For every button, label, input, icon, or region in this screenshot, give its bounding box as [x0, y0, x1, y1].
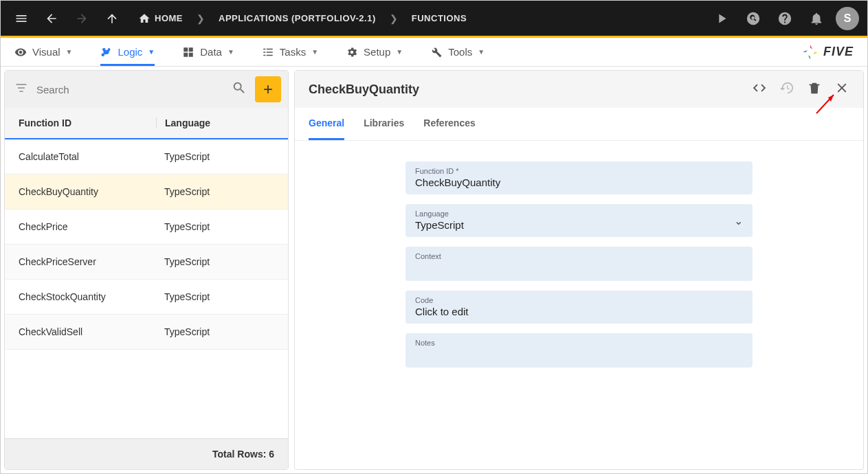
branch-icon	[100, 46, 113, 58]
menu-tools[interactable]: Tools ▼	[430, 38, 485, 66]
language-label: Language	[415, 210, 743, 218]
context-value	[415, 260, 743, 274]
tab-references[interactable]: References	[423, 108, 476, 140]
menu-logic-label: Logic	[118, 46, 143, 58]
chevron-down-icon: ⌄	[734, 214, 743, 227]
row-language: TypeScript	[156, 291, 274, 302]
context-field[interactable]: Context	[405, 247, 753, 281]
up-icon[interactable]	[100, 6, 124, 31]
breadcrumb-functions[interactable]: FUNCTIONS	[403, 13, 475, 23]
row-language: TypeScript	[156, 151, 274, 162]
breadcrumb-applications[interactable]: APPLICATIONS (PORTFOLIOV-2.1)	[210, 13, 384, 23]
play-icon[interactable]	[709, 6, 734, 31]
delete-icon[interactable]	[807, 80, 822, 98]
language-field[interactable]: Language TypeScript ⌄	[405, 204, 753, 237]
gear-icon	[346, 46, 358, 58]
function-id-label: Function ID *	[415, 167, 743, 175]
close-icon[interactable]	[834, 80, 849, 98]
filter-icon[interactable]	[12, 78, 31, 100]
search-input[interactable]	[36, 84, 223, 95]
column-language[interactable]: Language	[156, 117, 274, 128]
menu-setup-label: Setup	[364, 46, 390, 58]
code-icon[interactable]	[752, 80, 767, 98]
table-row[interactable]: CheckStockQuantityTypeScript	[5, 280, 288, 315]
menu-tasks[interactable]: Tasks ▼	[262, 38, 318, 66]
table-row[interactable]: CheckPriceServerTypeScript	[5, 245, 288, 280]
search-global-icon[interactable]	[741, 6, 766, 31]
function-id-value: CheckBuyQuantity	[415, 175, 743, 189]
tab-general[interactable]: General	[309, 108, 344, 140]
chevron-down-icon: ▼	[148, 48, 155, 56]
five-logo-icon	[801, 43, 819, 61]
forward-icon	[69, 6, 94, 31]
help-icon[interactable]	[772, 6, 797, 31]
chevron-down-icon: ▼	[66, 48, 73, 56]
breadcrumb-home[interactable]: HOME	[130, 12, 191, 25]
column-function-id[interactable]: Function ID	[19, 117, 156, 128]
menu-bar: Visual ▼ Logic ▼ Data ▼ Tasks ▼ Setup ▼ …	[1, 38, 867, 67]
table-row[interactable]: CheckValidSellTypeScript	[5, 315, 288, 350]
row-function-id: CalculateTotal	[19, 151, 156, 162]
table-row[interactable]: CheckBuyQuantityTypeScript	[5, 174, 288, 210]
menu-visual-label: Visual	[32, 46, 60, 58]
row-language: TypeScript	[156, 256, 274, 267]
row-language: TypeScript	[156, 326, 274, 337]
chevron-right-icon: ❯	[197, 13, 205, 24]
chevron-down-icon: ▼	[227, 48, 234, 56]
wrench-icon	[430, 46, 443, 58]
menu-tasks-label: Tasks	[280, 46, 306, 58]
chevron-down-icon: ▼	[478, 48, 485, 56]
top-bar: HOME ❯ APPLICATIONS (PORTFOLIOV-2.1) ❯ F…	[1, 1, 867, 38]
function-id-field[interactable]: Function ID * CheckBuyQuantity	[405, 161, 753, 194]
code-field[interactable]: Code Click to edit	[405, 291, 753, 324]
row-function-id: CheckPriceServer	[19, 256, 156, 267]
brand-text: FIVE	[823, 45, 854, 59]
avatar[interactable]: S	[836, 7, 859, 30]
context-label: Context	[415, 252, 743, 260]
grid-icon	[182, 46, 194, 58]
history-icon[interactable]	[779, 80, 794, 98]
code-label: Code	[415, 296, 743, 304]
language-value: TypeScript	[415, 218, 743, 232]
hamburger-menu-icon[interactable]	[9, 6, 34, 31]
menu-data-label: Data	[200, 46, 222, 58]
add-button[interactable]: +	[255, 76, 281, 102]
menu-logic[interactable]: Logic ▼	[100, 38, 155, 66]
row-language: TypeScript	[156, 186, 274, 197]
notes-label: Notes	[415, 339, 743, 347]
row-function-id: CheckBuyQuantity	[19, 186, 156, 197]
code-value: Click to edit	[415, 304, 743, 318]
notes-field[interactable]: Notes	[405, 333, 753, 368]
search-icon[interactable]	[229, 78, 249, 101]
back-icon[interactable]	[39, 6, 64, 31]
brand-logo: FIVE	[801, 43, 854, 61]
chevron-down-icon: ▼	[311, 48, 318, 56]
row-language: TypeScript	[156, 221, 274, 232]
menu-setup[interactable]: Setup ▼	[346, 38, 403, 66]
detail-panel: CheckBuyQuantity General Libraries Refer…	[294, 70, 864, 470]
notes-value	[415, 347, 743, 361]
list-icon	[262, 46, 274, 58]
tab-libraries[interactable]: Libraries	[364, 108, 404, 140]
row-function-id: CheckStockQuantity	[19, 291, 156, 302]
menu-data[interactable]: Data ▼	[182, 38, 234, 66]
menu-tools-label: Tools	[448, 46, 472, 58]
total-rows-label: Total Rows: 6	[5, 438, 288, 469]
table-row[interactable]: CheckPriceTypeScript	[5, 210, 288, 245]
row-function-id: CheckPrice	[19, 221, 156, 232]
function-list-panel: + Function ID Language CalculateTotalTyp…	[4, 70, 289, 470]
breadcrumb-home-label: HOME	[155, 13, 183, 23]
bell-icon[interactable]	[804, 6, 829, 31]
chevron-right-icon: ❯	[390, 13, 398, 24]
table-row[interactable]: CalculateTotalTypeScript	[5, 139, 288, 174]
menu-visual[interactable]: Visual ▼	[14, 38, 73, 66]
eye-icon	[14, 46, 27, 58]
row-function-id: CheckValidSell	[19, 326, 156, 337]
breadcrumb-functions-label: FUNCTIONS	[412, 13, 467, 23]
detail-title: CheckBuyQuantity	[309, 82, 752, 97]
breadcrumb-apps-label: APPLICATIONS (PORTFOLIOV-2.1)	[219, 13, 376, 23]
chevron-down-icon: ▼	[396, 48, 403, 56]
